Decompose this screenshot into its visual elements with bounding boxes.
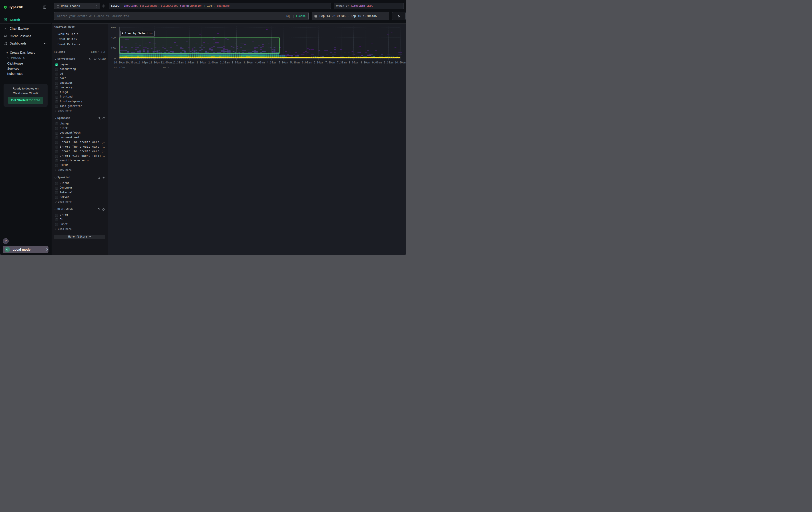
svg-text:1:30am: 1:30am bbox=[196, 61, 206, 64]
svg-text:400: 400 bbox=[111, 36, 116, 39]
svg-text:10:00pm: 10:00pm bbox=[114, 61, 125, 64]
svg-text:11:00pm: 11:00pm bbox=[137, 61, 148, 64]
svg-text:12:00am: 12:00am bbox=[161, 61, 172, 64]
svg-text:600: 600 bbox=[111, 26, 116, 29]
svg-text:6:30am: 6:30am bbox=[314, 61, 323, 64]
svg-text:9:30am: 9:30am bbox=[384, 61, 393, 64]
svg-text:1:00am: 1:00am bbox=[185, 61, 194, 64]
svg-text:5:30am: 5:30am bbox=[290, 61, 300, 64]
svg-text:10:00am: 10:00am bbox=[395, 61, 406, 64]
svg-text:200: 200 bbox=[111, 47, 116, 50]
svg-text:8:00am: 8:00am bbox=[349, 61, 358, 64]
svg-text:12:30am: 12:30am bbox=[172, 61, 183, 64]
svg-text:6:00am: 6:00am bbox=[302, 61, 311, 64]
svg-text:3:30am: 3:30am bbox=[243, 61, 253, 64]
svg-text:5:00am: 5:00am bbox=[279, 61, 288, 64]
svg-text:0: 0 bbox=[114, 57, 116, 60]
svg-text:4:30am: 4:30am bbox=[267, 61, 276, 64]
svg-text:11:30pm: 11:30pm bbox=[149, 61, 160, 64]
svg-text:7:30am: 7:30am bbox=[337, 61, 346, 64]
svg-text:9/15: 9/15 bbox=[163, 66, 169, 69]
svg-text:2:30am: 2:30am bbox=[220, 61, 229, 64]
svg-text:9:00am: 9:00am bbox=[372, 61, 381, 64]
svg-text:2:00am: 2:00am bbox=[208, 61, 218, 64]
svg-text:4:00am: 4:00am bbox=[255, 61, 265, 64]
svg-text:9/14/25: 9/14/25 bbox=[114, 66, 124, 69]
svg-text:7:00am: 7:00am bbox=[325, 61, 335, 64]
svg-text:10:30pm: 10:30pm bbox=[125, 61, 137, 64]
svg-text:8:30am: 8:30am bbox=[360, 61, 370, 64]
svg-text:3:00am: 3:00am bbox=[231, 61, 241, 64]
